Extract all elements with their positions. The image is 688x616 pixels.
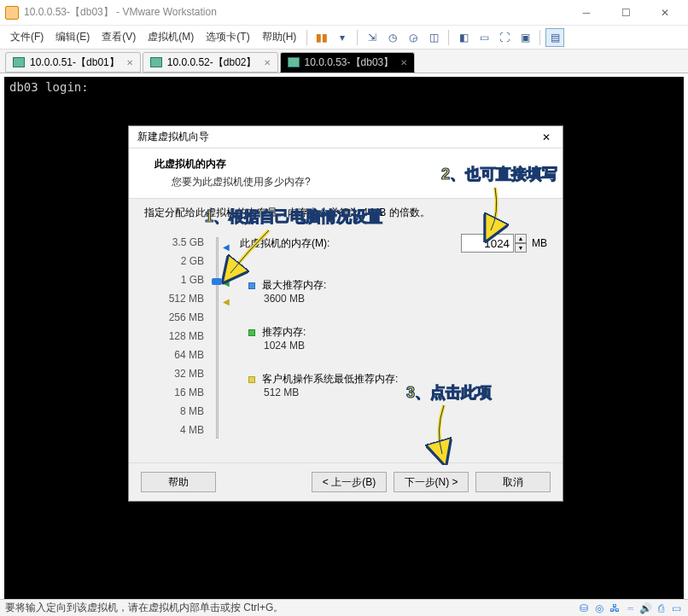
dialog-body: 指定分配给此虚拟机的内存量。内存大小必须为 4 MB 的倍数。 3.5 GB 2… (129, 198, 563, 462)
manage-snapshot-icon[interactable]: ◫ (424, 28, 443, 47)
rec-label: 推荐内存: (262, 325, 306, 340)
menu-tabs[interactable]: 选项卡(T) (201, 28, 254, 46)
new-vm-wizard-dialog: 新建虚拟机向导 ✕ 此虚拟机的内存 您要为此虚拟机使用多少内存? 指定分配给此虚… (128, 125, 563, 502)
dialog-footer: 帮助 < 上一步(B) 下一步(N) > 取消 (129, 462, 563, 501)
console-text: db03 login: (9, 80, 679, 94)
minimize-button[interactable]: ─ (567, 0, 606, 26)
revert-icon[interactable]: ◶ (404, 28, 423, 47)
help-button[interactable]: 帮助 (141, 472, 216, 492)
tab-db03[interactable]: 10.0.0.53-【db03】 ✕ (280, 52, 416, 73)
min-rec-icon (248, 376, 255, 383)
close-icon[interactable]: ✕ (126, 58, 133, 67)
vm-icon (150, 57, 162, 67)
console-view-icon[interactable]: ▤ (545, 28, 564, 47)
menu-view[interactable]: 查看(V) (96, 28, 141, 46)
dialog-close-button[interactable]: ✕ (539, 130, 554, 145)
separator (357, 30, 358, 45)
rec-icon (248, 329, 255, 336)
tab-label: 10.0.0.52-【db02】 (167, 55, 257, 70)
tab-label: 10.0.0.53-【db03】 (305, 55, 394, 70)
unity-icon[interactable]: ▣ (516, 28, 534, 47)
fullscreen-icon[interactable]: ⛶ (495, 28, 514, 47)
dialog-heading: 此虚拟机的内存 (155, 157, 547, 171)
vm-icon (13, 57, 25, 67)
memory-slider[interactable]: ◀ ◀ ◀ (204, 234, 230, 444)
separator (306, 30, 307, 45)
status-disk-icon[interactable]: ⛁ (577, 601, 591, 615)
close-icon[interactable]: ✕ (264, 58, 271, 67)
slider-thumb[interactable] (212, 278, 222, 285)
tab-db01[interactable]: 10.0.0.51-【db01】 ✕ (5, 52, 141, 73)
memory-unit: MB (532, 237, 547, 249)
memory-spinner[interactable]: ▲▼ (515, 234, 527, 253)
app-icon (5, 6, 19, 20)
power-dropdown-icon[interactable]: ▾ (333, 28, 352, 47)
min-rec-value: 512 MB (248, 386, 547, 398)
snapshot-icon[interactable]: ◷ (383, 28, 402, 47)
vm-icon (288, 57, 300, 67)
min-rec-label: 客户机操作系统最低推荐内存: (262, 372, 398, 386)
memory-input-label: 此虚拟机的内存(M): (240, 236, 461, 251)
menu-edit[interactable]: 编辑(E) (50, 28, 95, 46)
send-button-icon[interactable]: ⇲ (363, 28, 382, 47)
maximize-button[interactable]: ☐ (606, 0, 645, 26)
status-printer-icon[interactable]: ⎙ (654, 601, 668, 615)
close-button[interactable]: ✕ (645, 0, 685, 26)
pause-icon[interactable]: ▮▮ (312, 28, 331, 47)
max-rec-label: 最大推荐内存: (262, 278, 326, 293)
separator (539, 30, 540, 45)
dialog-titlebar: 新建虚拟机向导 ✕ (129, 126, 563, 148)
status-net-icon[interactable]: 🖧 (608, 601, 621, 615)
status-text: 要将输入定向到该虚拟机，请在虚拟机内部单击或按 Ctrl+G。 (5, 601, 283, 615)
menu-file[interactable]: 文件(F) (5, 28, 49, 46)
close-icon[interactable]: ✕ (400, 58, 407, 67)
layout2-icon[interactable]: ▭ (475, 28, 493, 47)
dialog-title: 新建虚拟机向导 (137, 130, 539, 144)
tab-label: 10.0.0.51-【db01】 (30, 55, 120, 70)
back-button[interactable]: < 上一步(B) (312, 472, 387, 492)
status-usb-icon[interactable]: ⎓ (623, 601, 637, 615)
cancel-button[interactable]: 取消 (475, 472, 551, 492)
status-sound-icon[interactable]: 🔊 (638, 601, 652, 615)
dialog-subheading: 您要为此虚拟机使用多少内存? (155, 175, 547, 189)
status-bar: 要将输入定向到该虚拟机，请在虚拟机内部单击或按 Ctrl+G。 ⛁ ◎ 🖧 ⎓ … (0, 599, 688, 616)
next-button[interactable]: 下一步(N) > (394, 472, 469, 492)
separator (448, 30, 449, 45)
menubar: 文件(F) 编辑(E) 查看(V) 虚拟机(M) 选项卡(T) 帮助(H) ▮▮… (0, 26, 688, 49)
memory-scale-labels: 3.5 GB 2 GB 1 GB 512 MB 256 MB 128 MB 64… (144, 229, 204, 443)
rec-value: 1024 MB (248, 340, 547, 352)
memory-input[interactable] (461, 234, 514, 253)
window-title: 10.0.0.53-【db03】 - VMware Workstation (24, 5, 567, 20)
window-titlebar: 10.0.0.53-【db03】 - VMware Workstation ─ … (0, 0, 688, 26)
menu-help[interactable]: 帮助(H) (257, 28, 302, 46)
max-rec-icon (248, 282, 255, 289)
status-cd-icon[interactable]: ◎ (592, 601, 606, 615)
dialog-header: 此虚拟机的内存 您要为此虚拟机使用多少内存? (129, 148, 563, 198)
menu-vm[interactable]: 虚拟机(M) (143, 28, 199, 46)
status-display-icon[interactable]: ▭ (669, 601, 683, 615)
tab-db02[interactable]: 10.0.0.52-【db02】 ✕ (143, 52, 278, 73)
tab-strip: 10.0.0.51-【db01】 ✕ 10.0.0.52-【db02】 ✕ 10… (0, 49, 688, 73)
layout1-icon[interactable]: ◧ (454, 28, 473, 47)
max-rec-value: 3600 MB (248, 293, 547, 305)
alloc-label: 指定分配给此虚拟机的内存量。内存大小必须为 4 MB 的倍数。 (144, 206, 547, 220)
